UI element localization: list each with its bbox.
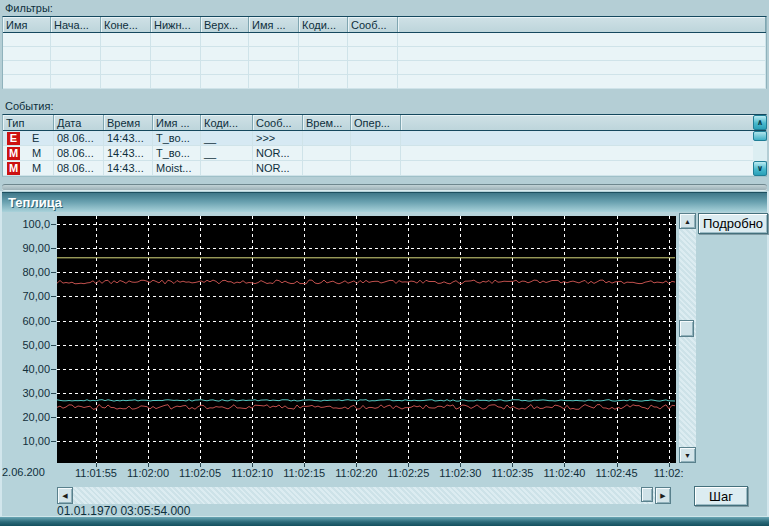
filters-table-row[interactable]: [3, 75, 766, 89]
scroll-down-button[interactable]: ∨: [753, 161, 767, 176]
x-axis-tick-label: 11:02:: [640, 467, 698, 479]
x-axis-tick-label: 11:02:40: [535, 467, 593, 479]
filters-cell-filler: [398, 47, 766, 61]
x-axis-tick-mark: [356, 463, 357, 467]
filters-table-header: ИмяНача...Коне...Нижн...Верх...Имя ...Ко…: [3, 17, 766, 33]
filters-column-header[interactable]: Коне...: [101, 17, 151, 32]
event-type-cell: EE: [3, 131, 54, 146]
x-axis-tick-label: 11:02:05: [171, 467, 229, 479]
scroll-left-button[interactable]: ◀: [57, 487, 73, 504]
event-type-icon: E: [7, 132, 20, 145]
filters-column-header[interactable]: Коди...: [299, 17, 348, 32]
events-cell: 14:43...: [104, 146, 153, 161]
events-table: ТипДатаВремяИмя ...Коди...Сооб...Врем...…: [2, 114, 767, 177]
events-cell: __: [201, 146, 253, 161]
events-table-row[interactable]: EE08.06...14:43...T_во...__>>>: [3, 131, 766, 146]
filters-cell: [3, 33, 51, 47]
filters-cell-filler: [398, 33, 766, 47]
events-column-header[interactable]: Время: [104, 115, 153, 130]
events-column-header[interactable]: Коди...: [201, 115, 253, 130]
filters-column-header[interactable]: Нижн...: [151, 17, 201, 32]
arrow-down-icon: ▼: [684, 452, 691, 459]
filters-cell: [299, 33, 348, 47]
details-button[interactable]: Подробно: [698, 213, 768, 234]
scrollbar-track[interactable]: [753, 141, 767, 161]
filters-cell: [151, 61, 201, 75]
filters-cell: [51, 75, 101, 89]
y-axis-tick-mark: [51, 248, 56, 249]
filters-column-header[interactable]: Сооб...: [348, 17, 398, 32]
x-axis-tick-mark: [200, 463, 201, 467]
events-cell-filler: [401, 131, 766, 146]
events-column-header[interactable]: Тип: [3, 115, 54, 130]
filters-column-header-filler: [398, 17, 766, 32]
events-column-header[interactable]: Врем...: [303, 115, 351, 130]
scrollbar-thumb[interactable]: [641, 487, 653, 502]
scrollbar-track[interactable]: [679, 229, 696, 447]
x-axis-tick-label: 11:02:00: [119, 467, 177, 479]
trend-plot-area[interactable]: [57, 216, 676, 463]
filters-column-header[interactable]: Имя ...: [249, 17, 299, 32]
trend-vertical-scrollbar[interactable]: ▲ ▼: [679, 213, 696, 463]
arrow-up-icon: ▲: [684, 218, 691, 225]
events-column-header[interactable]: Дата: [54, 115, 104, 130]
window-bottom-edge: [0, 516, 769, 526]
filters-column-header[interactable]: Имя: [3, 17, 51, 32]
x-axis-tick-mark: [460, 463, 461, 467]
x-axis-tick-label: 11:02:15: [275, 467, 333, 479]
scroll-right-button[interactable]: ▶: [655, 487, 671, 504]
scroll-down-button[interactable]: ▼: [679, 447, 696, 463]
trend-horizontal-scrollbar[interactable]: ◀ ▶: [57, 487, 671, 504]
scrollbar-track[interactable]: [73, 487, 655, 504]
filters-table-row[interactable]: [3, 33, 766, 47]
y-axis-tick-mark: [51, 417, 56, 418]
x-axis-tick-label: 11:02:25: [379, 467, 437, 479]
event-type-letter: M: [32, 162, 41, 174]
event-type-icon: M: [7, 147, 20, 160]
events-cell: 14:43...: [104, 131, 153, 146]
arrow-right-icon: ▶: [660, 492, 665, 500]
filters-cell: [201, 33, 249, 47]
y-axis-tick-label: 90,00: [6, 242, 50, 254]
events-cell-filler: [401, 161, 766, 176]
filters-cell: [3, 75, 51, 89]
x-axis-tick-mark: [304, 463, 305, 467]
filters-cell: [249, 47, 299, 61]
events-cell: 08.06...: [54, 146, 104, 161]
filters-cell: [151, 75, 201, 89]
events-table-row[interactable]: MM08.06...14:43...Moist...NOR...: [3, 161, 766, 176]
splitter-bar[interactable]: [2, 184, 767, 191]
scroll-up-button[interactable]: ▲: [679, 213, 696, 229]
scroll-up-button[interactable]: ∧: [753, 115, 767, 130]
step-button[interactable]: Шаг: [694, 486, 748, 506]
event-type-letter: E: [32, 132, 39, 144]
y-axis-tick-label: 100,0: [6, 218, 50, 230]
filters-table-row[interactable]: [3, 61, 766, 75]
events-cell-filler: [401, 146, 766, 161]
x-axis-tick-mark: [408, 463, 409, 467]
scrollbar-thumb[interactable]: [753, 131, 767, 141]
events-scrollbar[interactable]: ∧ ∨: [753, 115, 767, 176]
event-type-letter: M: [32, 147, 41, 159]
filters-cell-filler: [398, 75, 766, 89]
chevron-up-icon: ∧: [757, 118, 764, 127]
filters-column-header[interactable]: Верх...: [201, 17, 249, 32]
scrollbar-thumb[interactable]: [679, 320, 694, 337]
events-table-row[interactable]: MM08.06...14:43...T_во...__NOR...: [3, 146, 766, 161]
trend-window-titlebar[interactable]: Теплица: [2, 192, 767, 212]
filters-column-header[interactable]: Нача...: [51, 17, 101, 32]
filters-cell-filler: [398, 61, 766, 75]
events-column-header[interactable]: Опер...: [351, 115, 401, 130]
x-axis-tick-label: 11:02:35: [483, 467, 541, 479]
events-cell: Moist...: [153, 161, 201, 176]
y-axis-tick-mark: [51, 224, 56, 225]
filters-cell: [348, 61, 398, 75]
filters-table-row[interactable]: [3, 47, 766, 61]
filters-cell: [348, 33, 398, 47]
y-axis-tick-label: 20,00: [6, 411, 50, 423]
event-type-cell: MM: [3, 146, 54, 161]
events-section-label: События:: [5, 100, 53, 112]
series-cyan_line: [57, 400, 675, 401]
events-column-header[interactable]: Имя ...: [153, 115, 201, 130]
events-column-header[interactable]: Сооб...: [253, 115, 303, 130]
